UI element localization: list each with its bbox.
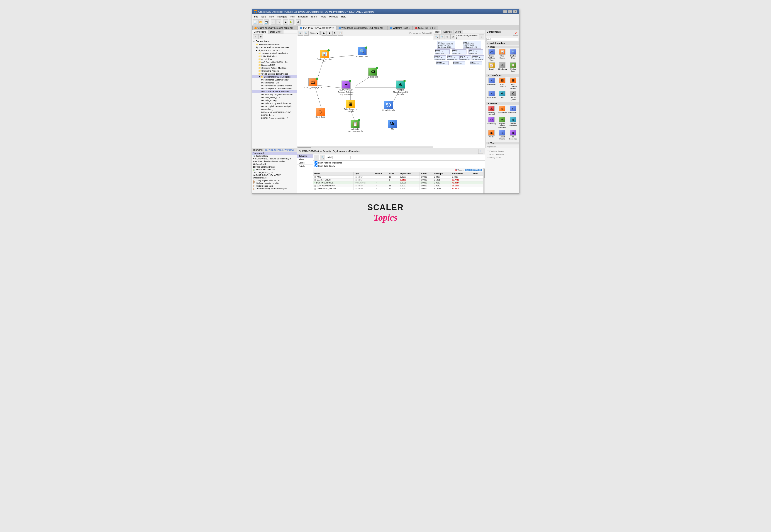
toolbar-redo[interactable]: ↪ <box>276 20 281 24</box>
toolbar-new[interactable]: 📄 <box>253 20 258 24</box>
node-mo[interactable]: Mo Mo <box>388 120 397 130</box>
comp-sql-query[interactable]: ⚙ SQL Query <box>497 62 508 73</box>
thumb-likely-buyers[interactable]: 📋 Likely Buyers table for OAC <box>252 179 297 182</box>
canvas-btn2[interactable]: ⏹ <box>327 31 332 36</box>
tree-item-alab[interactable]: 📁 A_Lab_Fun <box>252 58 297 61</box>
tree-item-credit100k[interactable]: 📁 Credit_Scoring_100K Project <box>252 72 297 75</box>
node-multiclass[interactable]: ⊕ Multiple Classification ML Models <box>391 81 410 95</box>
thumb-supervised[interactable]: ✦ SUPERVISED Feature Selection Buy In <box>252 157 297 160</box>
canvas-zoom-out[interactable]: 🔍- <box>304 31 309 36</box>
menu-diagram[interactable]: Diagram <box>297 15 309 18</box>
comp-regression[interactable]: Regression <box>486 145 519 148</box>
checkbox-show-attr[interactable] <box>315 161 317 164</box>
comp-filter-rows[interactable]: ≡ Filter Rows <box>486 90 497 101</box>
node-clustbuild[interactable]: ⬡ Clust Build <box>315 108 325 118</box>
prop-section-filters[interactable]: Filters <box>297 158 313 161</box>
tab-wine[interactable]: Wine Model CreateModel2 SQL script.sql ✕ <box>337 26 388 30</box>
left-toolbar-add[interactable]: + <box>253 34 258 39</box>
toolbar-run[interactable]: ▶ <box>283 20 288 24</box>
tree-item-changing[interactable]: 📁 Changing Role of DBA Blog <box>252 66 297 69</box>
thumb-model-details[interactable]: ℹ Model Details <box>252 176 297 179</box>
canvas-btn4[interactable]: 📋 <box>338 31 343 36</box>
thumb-scatter[interactable]: 📊 Scatter Box plots etc. <box>252 168 297 171</box>
node-classbuild[interactable]: 🏷 Class Build <box>368 68 378 78</box>
tree-zoom-out[interactable]: 🔍 <box>439 34 444 39</box>
left-tab-connections[interactable]: Connections <box>252 30 268 34</box>
left-toolbar-refresh[interactable]: ↻ <box>258 34 263 39</box>
tab-close-clas[interactable]: ✕ <box>434 27 436 29</box>
minimize-button[interactable]: — <box>503 10 507 13</box>
tree-item-and[interactable]: 📁 AnD Summit 2020 ODM HDL <box>252 61 297 63</box>
thumb-predicted[interactable]: 📋 Predicted Likely Insurance Buyers <box>252 187 297 190</box>
tree-info[interactable]: 2 <box>479 34 484 39</box>
table-row[interactable]: ▦ AGE NUMBER → 19 0.0077 0.0000 6.4497 3… <box>313 176 483 178</box>
close-button[interactable]: ✕ <box>513 10 517 13</box>
node-supervised[interactable]: ✦ SUPERVISED Feature Selection Buy Insur… <box>337 81 355 95</box>
checkbox-show-data[interactable] <box>315 164 317 167</box>
tree-item-buyinsurance[interactable]: ⚙ BUY INSURANCE Workflow <box>252 90 297 93</box>
tree-item-hcmemployees[interactable]: ⚙ HCM Employees Attrition 2 <box>252 117 297 120</box>
br-linking[interactable]: ▼ Linking Nodes <box>487 156 518 159</box>
node-custinsur[interactable]: 🗃 CUST_INSUR_LTV <box>304 78 322 89</box>
tree-item-charlie[interactable]: 📁 Charlie ML Projects <box>252 69 297 72</box>
comp-filter-columns-details[interactable]: ▦ Filter Columns Details <box>508 77 518 90</box>
comp-anomaly[interactable]: ⚠ Anomaly Detection <box>486 105 497 116</box>
tree-item-a1[interactable]: ⚙ A1 Analytics 4 Oracle DVD dem <box>252 87 297 90</box>
tree-item-oml[interactable]: 📁 18c OML Refresh Notebooks <box>252 52 297 55</box>
comp-update-table[interactable]: 📋 Update Table <box>508 62 518 73</box>
tab-close-wine[interactable]: ✕ <box>384 27 385 29</box>
toolbar-undo[interactable]: ↩ <box>271 20 276 24</box>
node-explore[interactable]: 🔍 Explore Data <box>356 47 368 58</box>
thumb-clust-build[interactable]: ⬡ Clust Build <box>252 152 297 155</box>
menu-window[interactable]: Window <box>328 15 339 18</box>
comp-join[interactable]: ⊗ Join <box>497 90 508 101</box>
menu-team[interactable]: Team <box>310 15 318 18</box>
comp-json-query[interactable]: {} JSON Query <box>508 90 518 101</box>
section-header-models[interactable]: ▼ Models <box>486 102 519 105</box>
canvas-zoom-select[interactable]: 100% <box>309 31 320 35</box>
table-row[interactable]: ▦ CAR_OWNERSHIP NUMBER → 18 0.0077 0.000… <box>313 184 483 187</box>
toolbar-open[interactable]: 📂 <box>258 20 263 24</box>
tree-item-clever[interactable]: ⚙ Clever SQL Engineered Feature <box>252 93 297 96</box>
tab-close-buy[interactable]: ✕ <box>332 27 334 29</box>
components-pin[interactable]: 📌 <box>513 31 518 36</box>
tree-item-creditscore[interactable]: ⚙ Credit_Score_LTV <box>252 96 297 99</box>
comp-filter-columns[interactable]: ▤ Filter Columns <box>497 77 508 90</box>
comp-data-source[interactable]: 📊 Data Source <box>497 49 508 61</box>
canvas-btn3[interactable]: ↻ <box>332 31 337 36</box>
tab-clas[interactable]: CLAS_DT_1_6 ✕ <box>413 26 438 30</box>
tab-buy-insurance[interactable]: BUY INSURANCE Workflow ✕ <box>298 26 336 30</box>
table-row[interactable]: ● BUY_INSURANCE VARCHAR2 → 0.0000 0.0000… <box>313 181 483 184</box>
comp-explore-data[interactable]: 🔍 Explore Data <box>508 49 518 61</box>
prop-section-details[interactable]: Details <box>297 165 313 168</box>
prop-find-input[interactable] <box>332 156 351 159</box>
prop-section-columns[interactable]: Columns <box>297 154 313 158</box>
tree-item-2min[interactable]: 📁 2 Min Tip Project <box>252 55 297 58</box>
toolbar-save[interactable]: 💾 <box>264 20 269 24</box>
tree-item-creditpred[interactable]: ⚙ Credit Scoring Predictions OML <box>252 102 297 105</box>
tab-alerts[interactable]: Alerts <box>454 30 463 34</box>
tree-item-esa[interactable]: ⚙ ESA Explicit Semantic Analysis <box>252 105 297 108</box>
comp-aggregate[interactable]: Σ Aggregate <box>486 77 497 90</box>
thumb-model-details-table[interactable]: 📋 Model Details table <box>252 185 297 187</box>
comp-graph[interactable]: 📈 Graph <box>486 62 497 73</box>
menu-help[interactable]: Help <box>340 15 348 18</box>
tree-item-hcmdebug[interactable]: ⚙ HCM debug <box>252 114 297 117</box>
thumb-filter-cols[interactable]: ▦ Filter Columns Details <box>252 166 297 168</box>
comp-clustering[interactable]: ⬡ Clustering <box>486 117 497 129</box>
menu-file[interactable]: File <box>253 15 260 18</box>
tree-item-customers[interactable]: ▼ 📁 Customers R US ML Projects <box>252 75 297 78</box>
thumb-class-build[interactable]: 🏷 Class Build <box>252 163 297 166</box>
maximize-button[interactable]: □ <box>508 10 512 13</box>
node-scatter[interactable]: 📊 Scatter Box plots etc. <box>315 50 334 63</box>
comp-create-table[interactable]: 🗃 Create Table or View <box>486 49 497 61</box>
comp-r-extensible[interactable]: R R Extensible <box>508 130 518 140</box>
tab-close-welcome[interactable]: ✕ <box>409 27 411 29</box>
comp-explicit-feature[interactable]: ✦ Explicit Feature Extraction <box>497 117 507 129</box>
tree-item-oracle[interactable]: ▼ 🔌 Oracle 18c DMUSER <box>252 49 297 52</box>
node-modeldetails[interactable]: 50 Model Details <box>382 101 395 111</box>
canvas-area[interactable]: 📊 Scatter Box plots etc. 🔍 Explore Data … <box>297 36 433 148</box>
tab-close-claims[interactable]: ✕ <box>294 27 295 29</box>
br-model-ops[interactable]: ▼ Model Operations <box>487 153 518 156</box>
comp-model-details[interactable]: ℹ Model Details <box>497 130 507 140</box>
